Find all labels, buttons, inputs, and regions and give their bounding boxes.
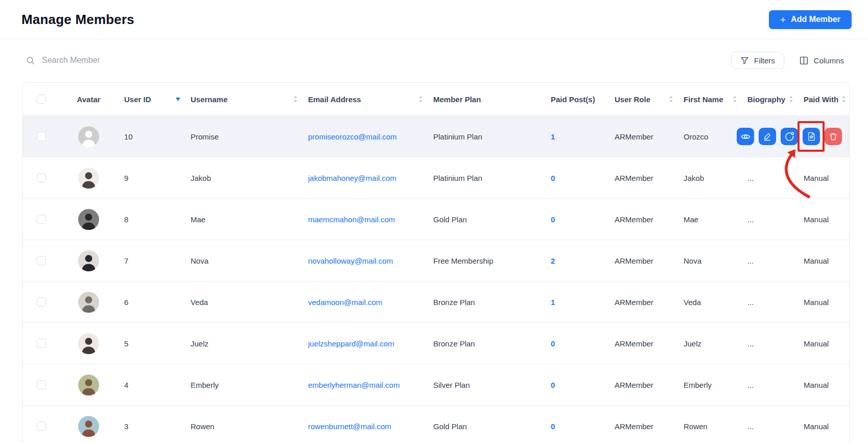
row-checkbox[interactable] bbox=[37, 215, 46, 224]
view-button[interactable] bbox=[737, 128, 754, 145]
toolbar: Filters Columns bbox=[26, 52, 846, 69]
table-row[interactable]: 9 Jakob jakobmahoney@mail.com Platinium … bbox=[23, 157, 849, 199]
row-checkbox[interactable] bbox=[37, 173, 46, 182]
column-header-email[interactable]: Email Address bbox=[302, 83, 427, 115]
column-header-username[interactable]: Username bbox=[184, 83, 302, 115]
trash-icon bbox=[828, 131, 838, 142]
sort-icon[interactable] bbox=[176, 98, 180, 101]
row-checkbox[interactable] bbox=[37, 297, 46, 307]
user-role-cell: ARMember bbox=[608, 215, 677, 224]
paid-posts-link[interactable]: 1 bbox=[545, 132, 608, 141]
add-member-label: Add Member bbox=[791, 15, 840, 24]
member-plan-cell: Platinium Plan bbox=[427, 132, 545, 141]
email-link[interactable]: promiseorozco@mail.com bbox=[302, 132, 427, 141]
avatar bbox=[78, 209, 99, 230]
user-id-cell: 5 bbox=[118, 339, 184, 348]
column-header-avatar[interactable]: Avatar bbox=[59, 83, 118, 115]
username-cell: Emberly bbox=[184, 381, 302, 389]
avatar bbox=[78, 292, 99, 313]
column-header-label: Biography bbox=[747, 95, 785, 104]
sort-icon[interactable] bbox=[418, 96, 423, 103]
row-checkbox[interactable] bbox=[37, 132, 46, 141]
biography-cell: ... bbox=[741, 257, 797, 265]
page-header: Manage Members + Add Member bbox=[0, 0, 868, 39]
table-row[interactable]: 6 Veda vedamoon@mail.com Bronze Plan 1 A… bbox=[23, 282, 849, 323]
paid-posts-link[interactable]: 0 bbox=[545, 381, 608, 389]
biography-cell: ... bbox=[741, 339, 797, 348]
renew-plan-button[interactable] bbox=[781, 128, 798, 145]
paid-posts-link[interactable]: 0 bbox=[545, 174, 608, 182]
paid-with-cell: Manual bbox=[797, 339, 850, 348]
select-all-cell bbox=[23, 95, 59, 104]
column-header-id[interactable]: User ID bbox=[118, 83, 184, 115]
user-id-cell: 7 bbox=[118, 257, 184, 265]
row-checkbox[interactable] bbox=[37, 380, 46, 389]
username-cell: Mae bbox=[184, 215, 302, 224]
column-header-label: User ID bbox=[124, 95, 151, 104]
column-header-label: Paid With bbox=[804, 95, 838, 104]
member-plan-cell: Gold Plan bbox=[427, 215, 545, 224]
email-link[interactable]: vedamoon@mail.com bbox=[302, 298, 427, 307]
email-link[interactable]: rowenburnett@mail.com bbox=[302, 422, 427, 431]
user-id-cell: 9 bbox=[118, 174, 184, 182]
user-role-cell: ARMember bbox=[608, 422, 677, 431]
column-header-first_name[interactable]: First Name bbox=[677, 83, 741, 115]
column-header-paid_posts[interactable]: Paid Post(s) bbox=[545, 83, 608, 115]
email-link[interactable]: novaholloway@mail.com bbox=[302, 257, 427, 265]
column-header-label: Username bbox=[191, 95, 228, 104]
column-header-role[interactable]: User Role bbox=[608, 83, 677, 115]
first-name-cell: Juelz bbox=[677, 339, 741, 348]
columns-button[interactable]: Columns bbox=[797, 52, 846, 69]
membership-details-button[interactable] bbox=[803, 128, 820, 145]
email-link[interactable]: jakobmahoney@mail.com bbox=[302, 174, 427, 182]
paid-with-cell: Manual bbox=[797, 215, 850, 224]
paid-posts-link[interactable]: 0 bbox=[545, 339, 608, 348]
email-link[interactable]: emberlyherman@mail.com bbox=[302, 381, 427, 389]
email-link[interactable]: maemcmahon@mail.com bbox=[302, 215, 427, 224]
first-name-cell: Veda bbox=[677, 298, 741, 307]
paid-posts-link[interactable]: 1 bbox=[545, 298, 608, 307]
table-row[interactable]: 7 Nova novaholloway@mail.com Free Member… bbox=[23, 240, 849, 282]
table-row[interactable]: 4 Emberly emberlyherman@mail.com Silver … bbox=[23, 364, 849, 406]
table-header-row: Avatar User ID Username Email Address Me… bbox=[23, 83, 849, 116]
member-plan-cell: Bronze Plan bbox=[427, 339, 545, 348]
filters-label: Filters bbox=[754, 56, 775, 65]
column-header-plan[interactable]: Member Plan bbox=[427, 83, 545, 115]
paid-posts-link[interactable]: 2 bbox=[545, 257, 608, 265]
column-header-biography[interactable]: Biography bbox=[741, 83, 797, 115]
table-row[interactable]: 3 Rowen rowenburnett@mail.com Gold Plan … bbox=[23, 406, 849, 443]
email-link[interactable]: juelzsheppard@mail.com bbox=[302, 339, 427, 348]
paid-posts-link[interactable]: 0 bbox=[545, 215, 608, 224]
delete-button[interactable] bbox=[825, 128, 842, 145]
member-plan-cell: Bronze Plan bbox=[427, 298, 545, 307]
biography-cell: ... bbox=[741, 422, 797, 431]
row-checkbox[interactable] bbox=[37, 339, 46, 348]
sort-icon[interactable] bbox=[841, 96, 846, 103]
select-all-checkbox[interactable] bbox=[37, 95, 46, 104]
add-member-button[interactable]: + Add Member bbox=[769, 10, 852, 29]
search-field bbox=[26, 56, 731, 65]
document-star-icon bbox=[806, 131, 816, 142]
table-row[interactable]: 8 Mae maemcmahon@mail.com Gold Plan 0 AR… bbox=[23, 199, 849, 240]
sort-icon[interactable] bbox=[733, 96, 737, 103]
column-header-paid_with[interactable]: Paid With bbox=[797, 83, 850, 115]
row-checkbox[interactable] bbox=[37, 256, 46, 265]
user-role-cell: ARMember bbox=[608, 298, 677, 307]
sort-icon[interactable] bbox=[669, 96, 673, 103]
sort-icon[interactable] bbox=[293, 96, 298, 103]
paid-posts-link[interactable]: 0 bbox=[545, 422, 608, 431]
sort-icon[interactable] bbox=[789, 96, 793, 103]
row-checkbox[interactable] bbox=[37, 422, 46, 431]
filters-button[interactable]: Filters bbox=[731, 52, 784, 69]
columns-label: Columns bbox=[814, 56, 844, 65]
edit-button[interactable] bbox=[759, 128, 776, 145]
paid-with-cell: Manual bbox=[797, 298, 850, 307]
paid-with-cell: Manual bbox=[797, 381, 850, 389]
first-name-cell: Emberly bbox=[677, 381, 741, 389]
user-id-cell: 3 bbox=[118, 422, 184, 431]
search-input[interactable] bbox=[42, 56, 216, 65]
table-row[interactable]: 10 Promise promiseorozco@mail.com Platin… bbox=[23, 116, 849, 157]
filter-funnel-icon bbox=[740, 56, 749, 65]
table-row[interactable]: 5 Juelz juelzsheppard@mail.com Bronze Pl… bbox=[23, 323, 849, 364]
biography-cell: ... bbox=[741, 215, 797, 224]
